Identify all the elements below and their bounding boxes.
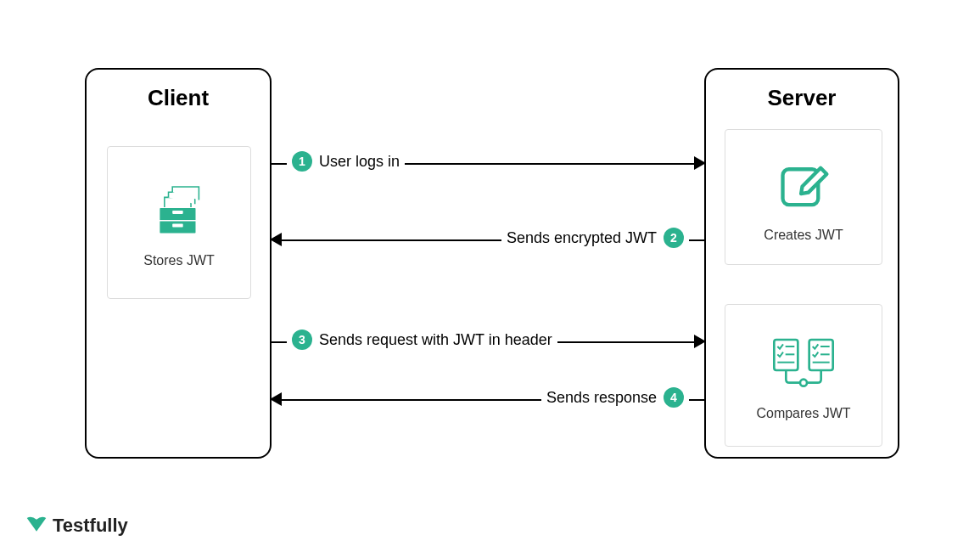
file-drawer-icon — [145, 177, 213, 245]
arrow-step-2: Sends encrypted JWT 2 — [272, 228, 704, 253]
step-badge-4: 4 — [664, 387, 684, 408]
brand-name: Testfully — [53, 515, 128, 537]
arrow-text-2: Sends encrypted JWT — [507, 229, 657, 247]
client-card-stores-jwt: Stores JWT — [107, 146, 251, 299]
svg-rect-2 — [172, 211, 182, 214]
client-box: Client Stores JWT — [85, 68, 272, 459]
compare-lists-icon — [770, 330, 837, 397]
server-card-creates-jwt: Creates JWT — [725, 129, 882, 265]
arrow-text-4: Sends response — [546, 389, 657, 407]
arrow-step-3: 3 Sends request with JWT in header — [272, 330, 704, 355]
brand-logo: Testfully — [25, 515, 128, 537]
client-title: Client — [87, 85, 270, 111]
svg-point-14 — [800, 380, 807, 386]
arrow-label-1: 1 User logs in — [287, 151, 405, 172]
step-badge-1: 1 — [292, 151, 312, 172]
arrow-text-1: User logs in — [319, 153, 400, 171]
server-card-compares-jwt: Compares JWT — [725, 304, 882, 447]
pencil-edit-icon — [770, 151, 837, 219]
arrow-label-4: Sends response 4 — [541, 387, 689, 408]
step-badge-3: 3 — [292, 330, 312, 350]
jwt-flow-diagram: Client Stores JWT Server — [0, 0, 980, 552]
server-title: Server — [706, 85, 898, 111]
arrow-head-left-icon — [270, 392, 282, 406]
server-card1-label: Creates JWT — [764, 228, 843, 243]
arrow-step-4: Sends response 4 — [272, 387, 704, 413]
step-badge-2: 2 — [664, 228, 684, 248]
brand-mark-icon — [25, 515, 48, 537]
server-card2-label: Compares JWT — [756, 406, 850, 421]
client-card-label: Stores JWT — [143, 253, 215, 268]
server-box: Server Creates JWT — [704, 68, 899, 459]
svg-rect-4 — [172, 224, 182, 228]
arrow-label-2: Sends encrypted JWT 2 — [501, 228, 689, 248]
arrow-step-1: 1 User logs in — [272, 151, 704, 177]
arrow-head-right-icon — [694, 156, 706, 170]
arrow-label-3: 3 Sends request with JWT in header — [287, 330, 557, 350]
arrow-head-right-icon — [694, 335, 706, 348]
arrow-head-left-icon — [270, 233, 282, 246]
arrow-text-3: Sends request with JWT in header — [319, 331, 552, 349]
